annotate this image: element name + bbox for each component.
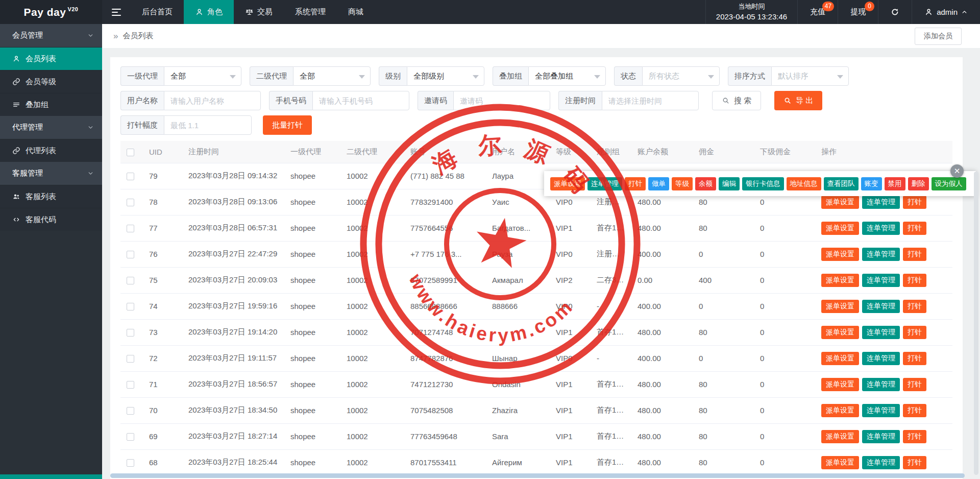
expanded-action-删除-button[interactable]: 删除: [908, 177, 929, 190]
row-checkbox[interactable]: [127, 381, 134, 389]
filter-select-value-5[interactable]: 默认排序: [771, 66, 849, 86]
action-打针-button[interactable]: 打针: [903, 456, 926, 469]
action-连单管理-button[interactable]: 连单管理: [862, 430, 900, 443]
expanded-action-编辑-button[interactable]: 编辑: [719, 177, 740, 190]
user-menu[interactable]: admin: [912, 0, 980, 24]
row-checkbox[interactable]: [127, 433, 134, 441]
action-派单设置-button[interactable]: 派单设置: [821, 352, 859, 365]
expanded-action-等级-button[interactable]: 等级: [672, 177, 693, 190]
add-member-button[interactable]: 添加会员: [915, 28, 962, 45]
row-checkbox-cell: [120, 397, 143, 423]
action-连单管理-button[interactable]: 连单管理: [862, 456, 900, 469]
expanded-action-派单设置-button[interactable]: 派单设置: [550, 177, 585, 190]
action-打针-button[interactable]: 打针: [903, 274, 926, 287]
row-checkbox[interactable]: [127, 329, 134, 337]
filter-select-value-3[interactable]: 全部叠加组: [528, 66, 606, 86]
action-打针-button[interactable]: 打针: [903, 300, 926, 313]
search-button[interactable]: 搜 索: [712, 91, 761, 110]
sidebar-item-2-0[interactable]: 客服列表: [0, 185, 102, 208]
filter-input-field-1[interactable]: [312, 91, 409, 110]
recharge-button[interactable]: 充值 47: [797, 0, 838, 24]
row-checkbox[interactable]: [127, 225, 134, 232]
action-连单管理-button[interactable]: 连单管理: [862, 222, 900, 235]
row-checkbox[interactable]: [127, 303, 134, 310]
filter-select-value-2[interactable]: 全部级别: [407, 66, 484, 86]
export-button[interactable]: 导 出: [774, 91, 822, 110]
expanded-action-连单管理-button[interactable]: 连单管理: [587, 177, 622, 190]
row-checkbox[interactable]: [127, 459, 134, 467]
action-派单设置-button[interactable]: 派单设置: [821, 430, 859, 443]
expanded-action-余额-button[interactable]: 余额: [695, 177, 716, 190]
row-checkbox[interactable]: [127, 407, 134, 415]
row-checkbox[interactable]: [127, 355, 134, 363]
action-派单设置-button[interactable]: 派单设置: [821, 222, 859, 235]
action-打针-button[interactable]: 打针: [903, 196, 926, 209]
filter-select-value-1[interactable]: 全部: [293, 66, 371, 86]
action-打针-button[interactable]: 打针: [903, 430, 926, 443]
action-打针-button[interactable]: 打针: [903, 248, 926, 261]
expanded-action-禁用-button[interactable]: 禁用: [885, 177, 905, 190]
action-打针-button[interactable]: 打针: [903, 378, 926, 391]
action-打针-button[interactable]: 打针: [903, 326, 926, 339]
sidebar-item-0-2[interactable]: 叠加组: [0, 93, 102, 116]
action-打针-button[interactable]: 打针: [903, 404, 926, 417]
expanded-action-打针-button[interactable]: 打针: [625, 177, 646, 190]
sidebar-group-0[interactable]: 会员管理: [0, 24, 102, 47]
nav-item-1[interactable]: 角色: [184, 0, 234, 24]
sidebar-item-0-0[interactable]: 会员列表: [0, 47, 102, 70]
expanded-action-设为假人-button[interactable]: 设为假人: [932, 177, 966, 190]
action-连单管理-button[interactable]: 连单管理: [862, 274, 900, 287]
filter-input-field-2[interactable]: [453, 91, 550, 110]
filter-select-value-0[interactable]: 全部: [164, 66, 241, 86]
action-连单管理-button[interactable]: 连单管理: [862, 404, 900, 417]
action-连单管理-button[interactable]: 连单管理: [862, 196, 900, 209]
row-checkbox[interactable]: [127, 251, 134, 258]
action-派单设置-button[interactable]: 派单设置: [821, 378, 859, 391]
nav-item-2[interactable]: 交易: [234, 0, 284, 24]
row-checkbox[interactable]: [127, 173, 134, 180]
sidebar-item-2-1[interactable]: 客服代码: [0, 208, 102, 231]
sidebar-group-1[interactable]: 代理管理: [0, 116, 102, 139]
cell-name: Sara: [486, 423, 550, 449]
expanded-action-做单-button[interactable]: 做单: [648, 177, 669, 190]
filter-input-field-0[interactable]: [164, 91, 261, 110]
withdraw-button[interactable]: 提现 0: [838, 0, 878, 24]
expanded-action-银行卡信息-button[interactable]: 银行卡信息: [742, 177, 784, 190]
select-all-checkbox[interactable]: [127, 149, 134, 156]
vertical-scrollbar[interactable]: [974, 172, 978, 475]
action-连单管理-button[interactable]: 连单管理: [862, 352, 900, 365]
inject-range-input[interactable]: [164, 115, 252, 135]
close-icon[interactable]: ✕: [950, 164, 964, 178]
expanded-action-地址信息-button[interactable]: 地址信息: [787, 177, 821, 190]
action-派单设置-button[interactable]: 派单设置: [821, 248, 859, 261]
action-打针-button[interactable]: 打针: [903, 352, 926, 365]
sidebar-item-1-0[interactable]: 代理列表: [0, 139, 102, 162]
action-派单设置-button[interactable]: 派单设置: [821, 326, 859, 339]
nav-item-4[interactable]: 商城: [337, 0, 375, 24]
action-派单设置-button[interactable]: 派单设置: [821, 274, 859, 287]
sidebar-item-0-1[interactable]: 会员等级: [0, 70, 102, 93]
sidebar-group-2[interactable]: 客服管理: [0, 162, 102, 185]
horizontal-scrollbar[interactable]: [110, 473, 965, 478]
row-checkbox[interactable]: [127, 277, 134, 284]
action-派单设置-button[interactable]: 派单设置: [821, 404, 859, 417]
nav-item-0[interactable]: 后台首页: [131, 0, 184, 24]
action-连单管理-button[interactable]: 连单管理: [862, 300, 900, 313]
nav-item-3[interactable]: 系统管理: [284, 0, 337, 24]
action-派单设置-button[interactable]: 派单设置: [821, 456, 859, 469]
menu-toggle-icon[interactable]: [102, 0, 131, 24]
action-连单管理-button[interactable]: 连单管理: [862, 248, 900, 261]
row-checkbox[interactable]: [127, 199, 134, 206]
expanded-action-查看团队-button[interactable]: 查看团队: [824, 177, 859, 190]
expanded-action-账变-button[interactable]: 账变: [861, 177, 882, 190]
filter-input-field-3[interactable]: [602, 91, 699, 110]
filter-select-value-4[interactable]: 所有状态: [642, 66, 720, 86]
app-logo[interactable]: Pay dayV20: [0, 0, 102, 24]
batch-inject-button[interactable]: 批量打针: [263, 115, 312, 135]
action-派单设置-button[interactable]: 派单设置: [821, 300, 859, 313]
action-连单管理-button[interactable]: 连单管理: [862, 326, 900, 339]
action-连单管理-button[interactable]: 连单管理: [862, 378, 900, 391]
action-打针-button[interactable]: 打针: [903, 222, 926, 235]
refresh-button[interactable]: [878, 0, 912, 24]
action-派单设置-button[interactable]: 派单设置: [821, 196, 859, 209]
